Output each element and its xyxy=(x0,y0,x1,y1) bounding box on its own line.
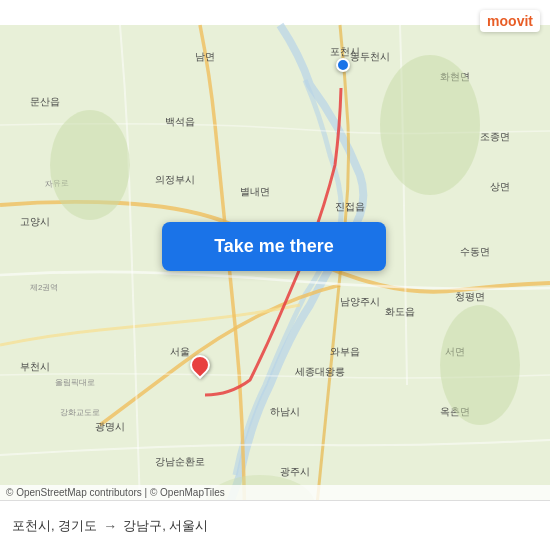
svg-text:고양시: 고양시 xyxy=(20,216,50,227)
svg-text:제2권역: 제2권역 xyxy=(30,283,58,292)
map-container: 문산읍 남면 포천시 화현면 조종면 상면 수동면 청평면 서면 옥촌면 동두천… xyxy=(0,0,550,550)
origin-pin xyxy=(336,58,350,72)
footer-from: 포천시, 경기도 xyxy=(12,517,97,535)
svg-text:백석읍: 백석읍 xyxy=(165,116,195,127)
svg-text:강남순환로: 강남순환로 xyxy=(155,456,205,467)
svg-text:광주시: 광주시 xyxy=(280,466,310,477)
footer-arrow: → xyxy=(103,518,117,534)
svg-text:올림픽대로: 올림픽대로 xyxy=(55,378,95,387)
svg-text:청평면: 청평면 xyxy=(455,291,485,302)
moovit-logo: moovit xyxy=(480,10,540,32)
svg-text:화도읍: 화도읍 xyxy=(385,306,415,317)
footer-bar: 포천시, 경기도 → 강남구, 서울시 xyxy=(0,500,550,550)
svg-text:수동면: 수동면 xyxy=(460,246,490,257)
svg-text:부천시: 부천시 xyxy=(20,361,50,372)
take-me-there-button[interactable]: Take me there xyxy=(162,222,386,271)
copyright-bar: © OpenStreetMap contributors | © OpenMap… xyxy=(0,485,550,500)
svg-text:광명시: 광명시 xyxy=(95,421,125,432)
svg-text:남면: 남면 xyxy=(195,51,215,62)
svg-text:와부읍: 와부읍 xyxy=(330,346,360,357)
svg-point-31 xyxy=(50,110,130,220)
footer-to: 강남구, 서울시 xyxy=(123,517,208,535)
svg-text:세종대왕릉: 세종대왕릉 xyxy=(295,366,345,377)
svg-text:진접읍: 진접읍 xyxy=(335,201,365,212)
svg-text:상면: 상면 xyxy=(490,181,510,192)
svg-point-33 xyxy=(440,305,520,425)
button-label: Take me there xyxy=(214,236,334,257)
svg-text:의정부시: 의정부시 xyxy=(155,174,195,185)
svg-text:강화교도로: 강화교도로 xyxy=(60,408,100,417)
svg-text:조종면: 조종면 xyxy=(480,131,510,142)
svg-text:동두천시: 동두천시 xyxy=(350,51,390,62)
svg-text:별내면: 별내면 xyxy=(240,186,270,197)
svg-text:남양주시: 남양주시 xyxy=(340,296,380,307)
svg-text:문산읍: 문산읍 xyxy=(30,96,60,107)
svg-text:서울: 서울 xyxy=(170,346,190,357)
copyright-text: © OpenStreetMap contributors | © OpenMap… xyxy=(6,487,225,498)
svg-point-32 xyxy=(380,55,480,195)
svg-text:하남시: 하남시 xyxy=(270,406,300,417)
